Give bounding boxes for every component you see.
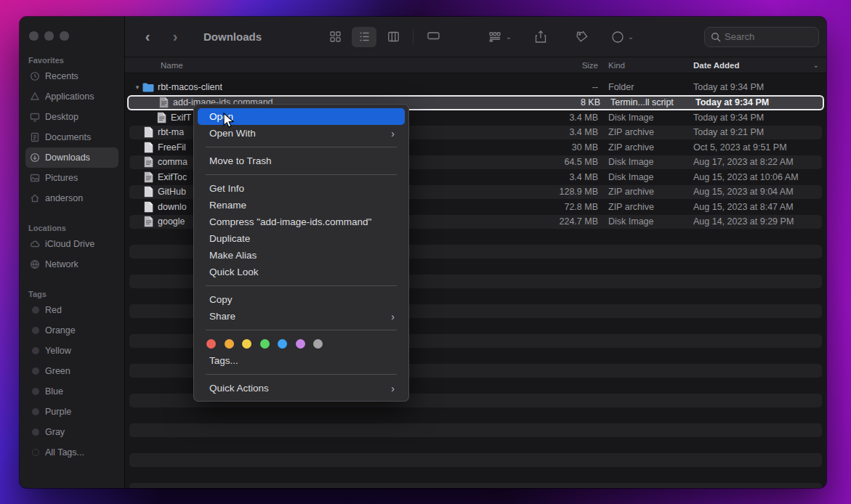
group-by-icon	[488, 31, 503, 44]
sidebar-item-network[interactable]: Network	[25, 254, 118, 275]
group-by-button[interactable]: ⌄	[488, 27, 512, 47]
file-name: GitHub	[158, 187, 186, 197]
file-size: 30 MB	[511, 142, 598, 153]
list-view-button[interactable]	[352, 27, 376, 47]
search-field[interactable]	[704, 27, 819, 47]
menu-item-make-alias[interactable]: Make Alias	[198, 247, 405, 264]
file-date: Aug 15, 2023 at 10:06 AM	[683, 172, 826, 182]
sidebar: Favorites Recents Applications Desktop D…	[20, 17, 125, 488]
sidebar-item-label: anderson	[45, 193, 83, 203]
sidebar-item-documents[interactable]: Documents	[25, 127, 118, 147]
column-size[interactable]: Size	[511, 61, 598, 70]
purple-tag-dot[interactable]	[296, 339, 305, 349]
window-controls	[20, 31, 124, 41]
sidebar-item-label: All Tags...	[45, 447, 84, 458]
document-icon	[142, 201, 154, 213]
menu-item-quick-look[interactable]: Quick Look	[198, 264, 405, 280]
zoom-button[interactable]	[60, 31, 69, 41]
minimize-button[interactable]	[44, 31, 54, 41]
empty-row	[125, 423, 826, 438]
column-date-added[interactable]: Date Added ⌄	[683, 61, 826, 70]
disclosure-triangle-icon[interactable]: ▾	[132, 84, 142, 91]
window-title: Downloads	[203, 31, 262, 43]
column-view-button[interactable]	[381, 27, 406, 47]
menu-item-compress[interactable]: Compress "add-image-ids.command"	[198, 214, 405, 230]
toolbar-actions: ⌄ ⌄	[488, 27, 634, 47]
sidebar-item-label: Purple	[45, 407, 71, 417]
sidebar-item-label: Pictures	[45, 173, 78, 183]
menu-item-tags[interactable]: Tags...	[198, 352, 405, 369]
menu-separator	[206, 285, 397, 286]
sidebar-item-recents[interactable]: Recents	[25, 66, 118, 86]
sidebar-tag-yellow[interactable]: Yellow	[25, 341, 118, 361]
green-tag-dot[interactable]	[260, 339, 270, 349]
sidebar-item-home[interactable]: anderson	[25, 188, 118, 208]
sidebar-tag-blue[interactable]: Blue	[25, 381, 118, 402]
menu-item-share[interactable]: Share ›	[198, 308, 405, 325]
ellipsis-circle-icon	[610, 30, 625, 44]
back-button[interactable]: ‹	[138, 28, 157, 46]
search-input[interactable]	[725, 31, 812, 42]
file-size: 3.4 MB	[511, 113, 598, 123]
file-date: Aug 15, 2023 at 9:04 AM	[683, 187, 826, 197]
document-icon	[142, 142, 154, 153]
sidebar-item-applications[interactable]: Applications	[25, 86, 118, 107]
blue-tag-dot[interactable]	[278, 339, 287, 349]
gray-tag-dot[interactable]	[313, 339, 323, 349]
document-icon	[142, 126, 154, 138]
icon-view-button[interactable]	[323, 27, 347, 47]
menu-item-rename[interactable]: Rename	[198, 197, 405, 214]
sidebar-item-pictures[interactable]: Pictures	[25, 168, 118, 188]
sort-chevron-icon[interactable]: ⌄	[813, 61, 819, 69]
empty-row	[125, 468, 826, 483]
file-date: Oct 5, 2023 at 9:51 PM	[683, 142, 826, 153]
column-name[interactable]: Name	[125, 61, 511, 70]
sidebar-tag-gray[interactable]: Gray	[25, 422, 118, 442]
sidebar-tag-purple[interactable]: Purple	[25, 402, 118, 422]
more-options-button[interactable]: ⌄	[610, 27, 634, 47]
forward-button[interactable]: ›	[166, 28, 185, 46]
file-date: Today at 9:34 PM	[683, 82, 826, 92]
sidebar-item-label: Desktop	[45, 112, 78, 122]
file-size: 128.9 MB	[511, 187, 598, 197]
sidebar-section-locations: Locations	[20, 224, 124, 234]
mouse-cursor	[222, 113, 235, 133]
document-lines-icon	[142, 171, 154, 183]
sidebar-item-label: Red	[45, 305, 62, 315]
sidebar-tag-orange[interactable]: Orange	[25, 320, 118, 341]
close-button[interactable]	[29, 31, 39, 41]
sidebar-item-icloud[interactable]: iCloud Drive	[25, 234, 118, 254]
purple-tag-icon	[29, 406, 40, 417]
orange-tag-dot[interactable]	[225, 339, 234, 349]
sidebar-item-downloads[interactable]: Downloads	[25, 147, 118, 168]
column-kind[interactable]: Kind	[598, 61, 683, 70]
menu-item-copy[interactable]: Copy	[198, 291, 405, 308]
menu-item-move-to-trash[interactable]: Move to Trash	[198, 153, 405, 169]
download-circle-icon	[29, 152, 40, 163]
sidebar-tag-red[interactable]: Red	[25, 300, 118, 320]
menu-item-quick-actions[interactable]: Quick Actions ›	[198, 380, 405, 397]
menu-item-duplicate[interactable]: Duplicate	[198, 230, 405, 247]
tags-button[interactable]	[569, 27, 594, 47]
file-row[interactable]: ▾ rbt-macos-client -- Folder Today at 9:…	[125, 80, 826, 95]
empty-row	[125, 452, 826, 468]
menu-item-get-info[interactable]: Get Info	[198, 180, 405, 197]
file-kind: Disk Image	[598, 172, 683, 182]
gallery-view-button[interactable]	[421, 27, 445, 47]
document-icon	[142, 186, 154, 198]
menu-item-label: Share	[209, 311, 235, 322]
folder-icon	[142, 81, 154, 93]
document-lines-icon	[142, 216, 154, 227]
menu-separator	[206, 374, 397, 375]
sidebar-item-desktop[interactable]: Desktop	[25, 107, 118, 127]
file-size: 3.4 MB	[511, 127, 598, 137]
menu-separator	[206, 147, 397, 147]
toolbar: ‹ › Downloads	[125, 17, 826, 57]
submenu-chevron-icon: ›	[391, 311, 395, 322]
sidebar-item-all-tags[interactable]: All Tags...	[25, 442, 118, 463]
red-tag-dot[interactable]	[206, 339, 216, 349]
sidebar-tag-green[interactable]: Green	[25, 361, 118, 381]
share-button[interactable]	[528, 27, 553, 47]
yellow-tag-dot[interactable]	[242, 339, 251, 349]
sidebar-section-favorites: Favorites	[20, 56, 124, 66]
